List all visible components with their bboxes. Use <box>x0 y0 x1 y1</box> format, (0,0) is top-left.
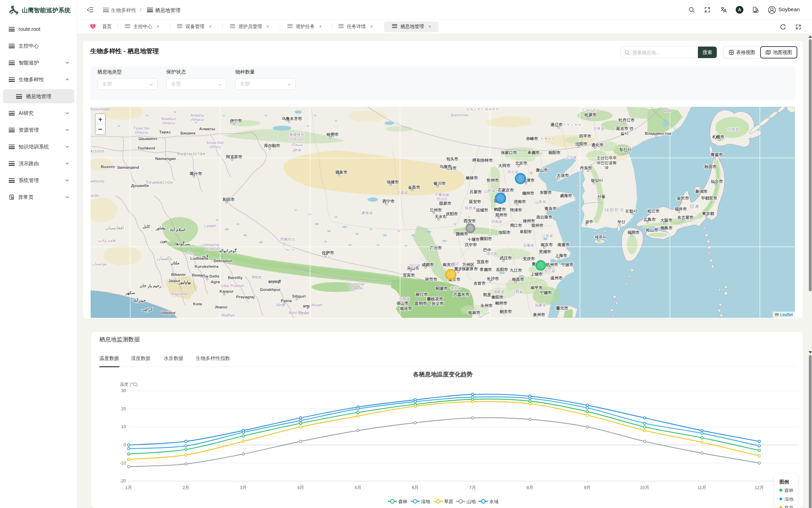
svg-text:7月: 7月 <box>469 485 476 490</box>
svg-text:酒泉市: 酒泉市 <box>335 170 348 174</box>
svg-text:攀枝花市: 攀枝花市 <box>427 297 443 301</box>
svg-text:облысы: облысы <box>135 130 148 134</box>
svg-text:吉首市: 吉首市 <box>474 281 486 285</box>
svg-text:甘肃省: 甘肃省 <box>396 190 408 195</box>
svg-text:Pradesh: Pradesh <box>349 286 363 290</box>
svg-text:宿州市: 宿州市 <box>531 223 544 228</box>
svg-text:Pradesh: Pradesh <box>205 247 218 251</box>
svg-text:-20: -20 <box>120 479 126 483</box>
svg-text:宇都宮市: 宇都宮市 <box>701 196 718 200</box>
svg-text:名古屋市: 名古屋市 <box>677 215 694 220</box>
svg-text:兴义市: 兴义市 <box>431 301 444 306</box>
svg-text:حيدرآباد: حيدرآباد <box>133 298 146 303</box>
svg-text:Himachal: Himachal <box>204 243 219 247</box>
svg-text:東京都: 東京都 <box>702 211 714 216</box>
svg-text:拉萨市: 拉萨市 <box>322 250 334 255</box>
svg-text:银川市: 银川市 <box>433 181 446 186</box>
svg-text:Siliguri: Siliguri <box>292 294 306 298</box>
svg-text:Gorakhpur: Gorakhpur <box>260 287 281 292</box>
svg-text:泉州市: 泉州市 <box>533 312 545 317</box>
svg-text:Bareilly: Bareilly <box>228 276 243 280</box>
svg-text:通辽市: 通辽市 <box>550 122 563 127</box>
svg-text:山地: 山地 <box>467 499 476 504</box>
svg-text:облысы: облысы <box>162 121 175 125</box>
svg-text:Шымкент: Шымкент <box>139 137 158 141</box>
svg-text:松山市: 松山市 <box>646 228 658 232</box>
svg-text:宜宾市: 宜宾市 <box>403 273 415 277</box>
svg-text:대한민국: 대한민국 <box>604 207 624 213</box>
svg-text:제주시: 제주시 <box>594 235 607 239</box>
svg-text:گوجرانواله: گوجرانواله <box>219 248 237 253</box>
svg-text:福建省: 福建省 <box>535 303 546 307</box>
svg-text:3月: 3月 <box>240 485 246 490</box>
svg-text:徐州市: 徐州市 <box>523 218 535 223</box>
svg-text:德州市: 德州市 <box>522 191 534 195</box>
svg-text:松江市: 松江市 <box>647 209 660 213</box>
svg-text:'zbekiston: 'zbekiston <box>91 148 105 154</box>
svg-text:Түркістан: Түркістан <box>133 126 149 130</box>
svg-text:喀什市: 喀什市 <box>190 171 202 176</box>
svg-text:Rewari: Rewari <box>192 273 205 277</box>
svg-text:运城市: 运城市 <box>476 208 488 212</box>
svg-text:庆阳市: 庆阳市 <box>446 211 458 216</box>
svg-text:Agra: Agra <box>211 280 220 284</box>
svg-text:부산: 부산 <box>617 220 626 224</box>
svg-text:赤峰市: 赤峰市 <box>526 136 538 141</box>
svg-text:伊宁市: 伊宁市 <box>230 118 242 123</box>
svg-text:韶关市: 韶关市 <box>499 309 512 314</box>
svg-text:昆明市: 昆明市 <box>415 301 427 306</box>
svg-text:Тараз: Тараз <box>159 130 171 134</box>
svg-text:ملتان: ملتان <box>170 261 179 265</box>
svg-text:通化市: 通化市 <box>591 142 604 147</box>
svg-text:12月: 12月 <box>755 485 764 490</box>
svg-text:Arunachal: Arunachal <box>348 282 364 286</box>
svg-text:의인민공화: 의인민공화 <box>596 161 617 165</box>
svg-text:昭通市: 昭通市 <box>436 286 448 291</box>
svg-text:成都市: 成都市 <box>421 262 434 267</box>
svg-text:서울: 서울 <box>597 194 606 199</box>
svg-text:呼和浩特市: 呼和浩特市 <box>472 158 493 162</box>
svg-text:광주: 광주 <box>585 220 593 224</box>
svg-text:石家庄市: 石家庄市 <box>497 188 514 192</box>
svg-text:大连市: 大连市 <box>556 173 569 178</box>
svg-text:ᠰᠥᠨᠢᠳ: ᠰᠥᠨᠢᠳ <box>582 108 601 112</box>
svg-text:Udaipur: Udaipur <box>160 311 176 315</box>
svg-text:金沢市: 金沢市 <box>677 196 689 200</box>
svg-text:万州区: 万州区 <box>462 263 475 267</box>
svg-text:Kurukshetra: Kurukshetra <box>195 264 218 269</box>
svg-text:宁波市: 宁波市 <box>561 262 574 267</box>
svg-text:西宁市: 西宁市 <box>382 199 395 203</box>
svg-text:周口市: 周口市 <box>510 223 522 228</box>
svg-text:岳阳市: 岳阳市 <box>496 267 508 272</box>
svg-text:평양시: 평양시 <box>591 178 603 182</box>
svg-text:Дорноговь: Дорноговь <box>450 113 469 117</box>
svg-text:大阪市: 大阪市 <box>660 218 673 222</box>
svg-text:سکهر: سکهر <box>125 291 135 295</box>
svg-text:청진시: 청진시 <box>619 147 631 152</box>
svg-text:温州市: 温州市 <box>550 276 563 280</box>
svg-text:哈密市: 哈密市 <box>327 132 339 137</box>
svg-text:4月: 4月 <box>297 485 304 490</box>
svg-text:길시: 길시 <box>621 131 629 135</box>
svg-text:乌鲁木齐市: 乌鲁木齐市 <box>281 116 302 121</box>
svg-text:Bikaner: Bikaner <box>171 272 186 277</box>
svg-text:金昌市: 金昌市 <box>408 185 420 189</box>
svg-text:丹东市: 丹东市 <box>580 166 592 170</box>
svg-text:河南省: 河南省 <box>491 220 502 224</box>
svg-text:忻州市: 忻州市 <box>486 178 499 182</box>
svg-text:青岛市: 青岛市 <box>544 206 557 211</box>
svg-text:丽江市: 丽江市 <box>415 292 428 297</box>
svg-text:北京市: 北京市 <box>515 161 527 165</box>
svg-text:облысы: облысы <box>191 117 204 121</box>
svg-text:Namangan: Namangan <box>155 156 176 161</box>
svg-text:8月: 8月 <box>526 485 533 490</box>
svg-text:포항시: 포항시 <box>625 209 637 213</box>
svg-text:衡阳市: 衡阳市 <box>491 295 504 299</box>
svg-text:天水市: 天水市 <box>434 214 447 219</box>
svg-text:济南市: 济南市 <box>513 199 526 204</box>
svg-text:رحيم يار خان: رحيم يار خان <box>140 284 161 288</box>
svg-text:安庆市: 安庆市 <box>523 256 535 261</box>
svg-text:臺北市: 臺北市 <box>556 306 568 310</box>
svg-text:张家口市: 张家口市 <box>501 150 517 155</box>
svg-text:郴州市: 郴州市 <box>495 301 507 305</box>
